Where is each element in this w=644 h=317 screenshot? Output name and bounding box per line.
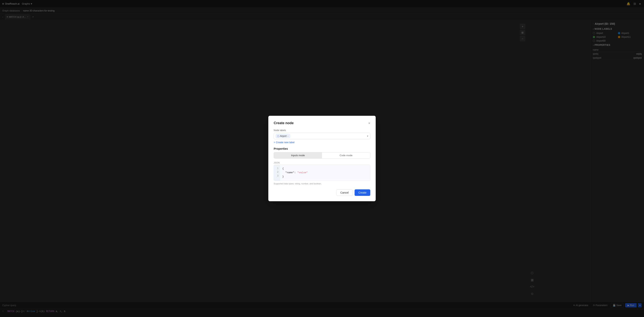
select-dropdown-arrow-icon: ▾ [367, 135, 368, 138]
json-line-numbers: 1 2 3 [274, 165, 280, 180]
create-button[interactable]: Create [354, 189, 370, 196]
supported-types-text: Supported data types: string, number, an… [274, 182, 370, 185]
json-value-name: "value" [297, 171, 308, 174]
cancel-button[interactable]: Cancel [336, 189, 353, 196]
code-mode-btn[interactable]: Code mode [322, 152, 370, 158]
json-open-brace: { [282, 167, 284, 170]
line-num-2: 2 [276, 170, 278, 174]
properties-section-title: Properties [274, 147, 370, 150]
line-num-3: 3 [276, 174, 278, 178]
create-new-label-link[interactable]: + Create new label [274, 141, 294, 144]
label-tag-remove-btn[interactable]: × [287, 135, 288, 137]
mode-toggle: Inputs mode Code mode [274, 152, 370, 158]
json-editor[interactable]: 1 2 3 { "name": "value" } [274, 165, 370, 181]
node-labels-form-label: Node labels [274, 129, 370, 132]
json-colon: : [294, 171, 297, 174]
line-num-1: 1 [276, 167, 278, 170]
modal-overlay[interactable]: Create node × Node labels Airport × ▾ + … [0, 0, 644, 317]
inputs-mode-btn[interactable]: Inputs mode [274, 152, 322, 158]
label-select-box[interactable]: Airport × ▾ [274, 133, 370, 139]
json-key-name: "name" [286, 171, 294, 174]
json-label: JSON [274, 162, 370, 164]
selected-label-tag: Airport × [276, 134, 290, 138]
json-editor-inner: 1 2 3 { "name": "value" } [274, 165, 370, 180]
create-node-modal: Create node × Node labels Airport × ▾ + … [268, 116, 376, 201]
modal-title: Create node [274, 121, 294, 125]
json-close-brace: } [282, 175, 284, 178]
json-code-content[interactable]: { "name": "value" } [280, 165, 370, 180]
label-tag-dot-icon [277, 135, 279, 137]
modal-header: Create node × [274, 121, 370, 125]
selected-label-text: Airport [280, 135, 286, 138]
modal-close-btn[interactable]: × [368, 122, 370, 125]
modal-footer: Cancel Create [274, 189, 370, 196]
